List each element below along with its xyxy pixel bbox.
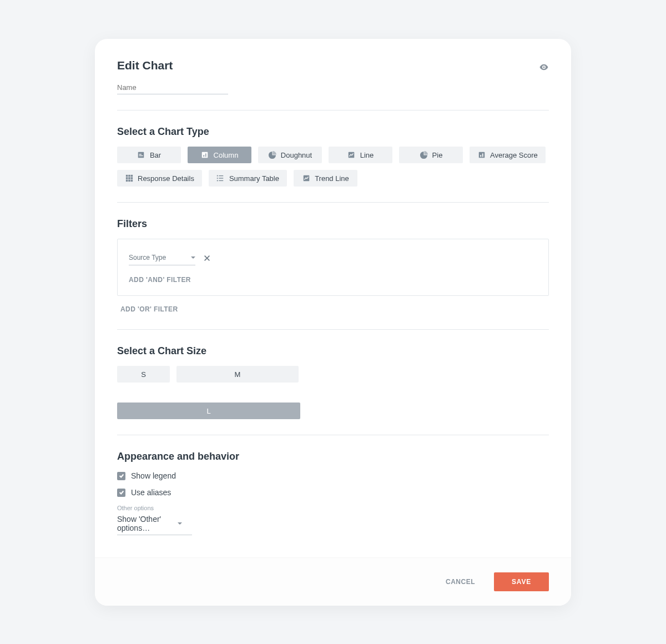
other-options-select[interactable]: Show 'Other' options…: [117, 512, 192, 535]
svg-point-21: [217, 178, 218, 179]
svg-rect-7: [478, 152, 485, 158]
size-s-button[interactable]: S: [117, 366, 170, 383]
list-icon: [216, 174, 225, 183]
appearance-heading: Appearance and behavior: [117, 451, 549, 462]
trend-line-icon: [302, 174, 310, 183]
chart-type-grid: Bar Column Doughnut Line Pie Average Sco…: [117, 147, 549, 187]
svg-rect-24: [219, 180, 224, 181]
svg-rect-4: [203, 155, 204, 157]
size-heading: Select a Chart Size: [117, 345, 549, 357]
grid-icon: [125, 174, 133, 183]
filter-select-label: Source Type: [129, 254, 166, 261]
svg-rect-13: [125, 177, 128, 179]
chart-type-label: Column: [214, 151, 239, 159]
average-score-icon: [477, 151, 486, 159]
chevron-down-icon: [178, 522, 182, 525]
chart-type-label: Doughnut: [281, 151, 312, 159]
filters-box: Source Type ADD 'AND' FILTER: [117, 239, 549, 296]
size-l-button[interactable]: L: [117, 402, 300, 419]
divider: [117, 329, 549, 330]
pie-chart-icon: [420, 151, 428, 159]
save-button[interactable]: SAVE: [494, 572, 549, 591]
chart-type-label: Bar: [150, 151, 161, 159]
line-chart-icon: [347, 151, 356, 159]
svg-rect-15: [130, 177, 133, 179]
divider: [117, 202, 549, 203]
chart-type-line[interactable]: Line: [329, 147, 392, 163]
svg-rect-18: [130, 180, 133, 182]
svg-rect-16: [125, 180, 128, 182]
use-aliases-label: Use aliases: [131, 488, 171, 497]
chevron-down-icon: [191, 256, 195, 259]
column-chart-icon: [201, 151, 209, 159]
chart-type-average-score[interactable]: Average Score: [470, 147, 546, 163]
doughnut-chart-icon: [268, 151, 276, 159]
show-legend-label: Show legend: [131, 471, 176, 480]
other-options-label: Other options: [117, 505, 549, 511]
cancel-button[interactable]: CANCEL: [438, 573, 483, 590]
filter-source-type-select[interactable]: Source Type: [129, 250, 195, 265]
svg-rect-3: [202, 152, 208, 158]
size-row: S M L: [117, 366, 549, 419]
edit-chart-dialog: Edit Chart Select a Chart Type Bar Colum…: [95, 39, 571, 606]
chart-type-summary-table[interactable]: Summary Table: [209, 170, 287, 187]
show-legend-checkbox[interactable]: [117, 472, 125, 480]
svg-rect-8: [480, 155, 481, 157]
chart-type-trend-line[interactable]: Trend Line: [294, 170, 357, 187]
chart-type-heading: Select a Chart Type: [117, 126, 549, 138]
svg-rect-5: [205, 153, 206, 157]
svg-point-23: [217, 180, 218, 181]
chart-type-label: Summary Table: [229, 174, 279, 183]
chart-type-doughnut[interactable]: Doughnut: [258, 147, 322, 163]
remove-filter-icon[interactable]: [202, 253, 212, 263]
svg-rect-9: [482, 153, 483, 157]
size-m-button[interactable]: M: [176, 366, 299, 383]
chart-type-label: Response Details: [138, 174, 194, 183]
svg-rect-0: [138, 152, 144, 158]
chart-name-input[interactable]: [117, 81, 228, 94]
dialog-title: Edit Chart: [117, 59, 228, 72]
filters-heading: Filters: [117, 218, 549, 230]
add-or-filter-button[interactable]: ADD 'OR' FILTER: [120, 305, 178, 313]
svg-rect-1: [139, 155, 143, 156]
add-and-filter-button[interactable]: ADD 'AND' FILTER: [129, 276, 191, 284]
preview-icon[interactable]: [539, 62, 549, 72]
dialog-footer: CANCEL SAVE: [95, 557, 571, 606]
other-options-value: Show 'Other' options…: [117, 515, 178, 532]
svg-rect-11: [128, 175, 130, 177]
svg-rect-14: [128, 177, 130, 179]
use-aliases-checkbox[interactable]: [117, 489, 125, 497]
svg-rect-12: [130, 175, 133, 177]
svg-rect-20: [219, 175, 224, 176]
chart-type-label: Line: [360, 151, 374, 159]
svg-rect-2: [139, 154, 142, 154]
chart-type-column[interactable]: Column: [188, 147, 251, 163]
chart-type-response-details[interactable]: Response Details: [117, 170, 202, 187]
chart-type-bar[interactable]: Bar: [117, 147, 181, 163]
svg-rect-22: [219, 178, 224, 178]
chart-type-label: Trend Line: [315, 174, 349, 183]
chart-type-pie[interactable]: Pie: [399, 147, 463, 163]
divider: [117, 435, 549, 435]
svg-rect-10: [125, 175, 128, 177]
svg-point-19: [217, 175, 218, 177]
bar-chart-icon: [137, 151, 145, 159]
chart-type-label: Average Score: [490, 151, 538, 159]
svg-rect-17: [128, 180, 130, 182]
divider: [117, 110, 549, 110]
chart-type-label: Pie: [432, 151, 443, 159]
